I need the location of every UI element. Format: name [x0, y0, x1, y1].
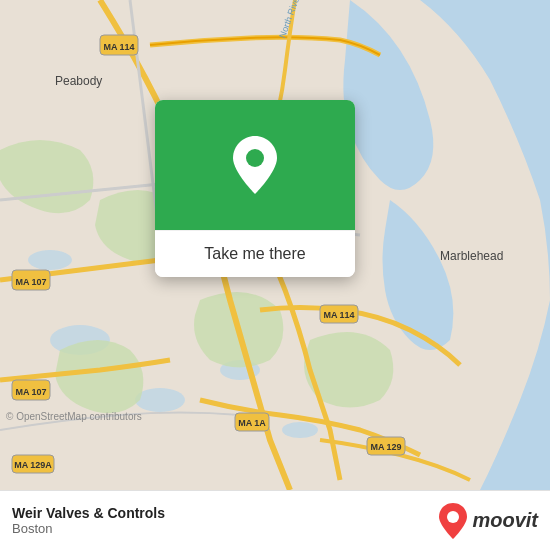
svg-point-2: [135, 388, 185, 412]
svg-text:MA 129: MA 129: [370, 442, 401, 452]
place-info: Weir Valves & Controls Boston: [12, 505, 165, 536]
svg-point-26: [447, 511, 459, 523]
svg-text:MA 107: MA 107: [15, 277, 46, 287]
moovit-brand-text: moovit: [472, 509, 538, 532]
svg-text:Marblehead: Marblehead: [440, 249, 503, 263]
location-popup: Take me there: [155, 100, 355, 277]
svg-point-25: [246, 149, 264, 167]
copyright-notice: © OpenStreetMap contributors: [6, 411, 142, 422]
svg-point-5: [28, 250, 72, 270]
popup-header: [155, 100, 355, 230]
svg-point-4: [282, 422, 318, 438]
place-city: Boston: [12, 521, 165, 536]
take-me-there-button[interactable]: Take me there: [155, 230, 355, 277]
svg-text:MA 114: MA 114: [103, 42, 134, 52]
location-pin-container: [227, 137, 283, 193]
moovit-logo: moovit: [438, 502, 538, 540]
svg-text:MA 114: MA 114: [323, 310, 354, 320]
map-container[interactable]: MA 114 Peabody North River MA 107 MA 107…: [0, 0, 550, 490]
svg-text:Peabody: Peabody: [55, 74, 102, 88]
place-name: Weir Valves & Controls: [12, 505, 165, 521]
svg-text:MA 1A: MA 1A: [238, 418, 266, 428]
moovit-pin-icon: [438, 502, 468, 540]
location-pin-icon: [229, 134, 281, 196]
bottom-bar: Weir Valves & Controls Boston moovit: [0, 490, 550, 550]
svg-text:MA 107: MA 107: [15, 387, 46, 397]
svg-text:MA 129A: MA 129A: [14, 460, 52, 470]
